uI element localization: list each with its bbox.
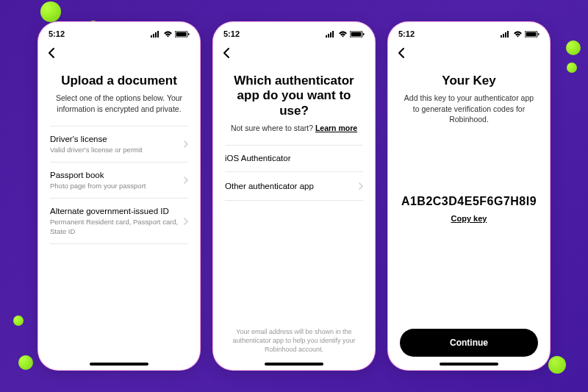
status-bar: 5:12 — [38, 22, 200, 41]
home-indicator — [265, 363, 323, 366]
decorative-bubble — [13, 316, 24, 326]
signal-icon — [151, 31, 161, 38]
page-subtitle: Add this key to your authenticator app t… — [400, 93, 538, 124]
status-icons — [151, 31, 190, 38]
option-desc: Permanent Resident card, Passport card, … — [50, 218, 179, 236]
phone-your-key: 5:12 Your Key Add this key to your authe… — [387, 21, 551, 371]
page-subtitle: Select one of the options below. Your in… — [50, 93, 188, 113]
status-bar: 5:12 — [213, 22, 375, 41]
decorative-bubble — [566, 40, 581, 55]
svg-rect-19 — [526, 32, 537, 36]
option-label: Alternate government-issued ID — [50, 206, 179, 217]
battery-icon — [175, 31, 190, 38]
option-ios-authenticator[interactable]: iOS Authenticator — [225, 145, 363, 172]
status-time: 5:12 — [223, 29, 240, 38]
chevron-right-icon — [184, 215, 188, 228]
status-icons — [501, 31, 539, 38]
option-desc: Photo page from your passport — [50, 182, 179, 190]
svg-rect-16 — [505, 32, 506, 38]
page-title: Which authenticator app do you want to u… — [225, 74, 363, 118]
screen-content: Your Key Add this key to your authentica… — [388, 65, 550, 363]
svg-rect-6 — [188, 33, 190, 35]
status-time: 5:12 — [49, 29, 65, 38]
screen-content: Which authenticator app do you want to u… — [213, 65, 375, 363]
option-passport-book[interactable]: Passport book Photo page from your passp… — [50, 163, 188, 199]
wifi-icon — [338, 31, 348, 38]
svg-rect-2 — [155, 32, 157, 38]
option-label: iOS Authenticator — [225, 153, 363, 164]
continue-button[interactable]: Continue — [400, 329, 538, 357]
decorative-bubble — [548, 356, 566, 374]
decorative-bubble — [18, 355, 33, 370]
option-label: Passport book — [50, 170, 179, 181]
back-button[interactable] — [47, 47, 56, 59]
nav-bar — [38, 41, 200, 65]
option-other-authenticator[interactable]: Other authenticator app — [225, 172, 363, 201]
screen-content: Upload a document Select one of the opti… — [38, 65, 200, 363]
option-desc: Valid driver's license or permit — [50, 146, 179, 154]
back-button[interactable] — [397, 47, 406, 59]
signal-icon — [501, 31, 511, 38]
svg-rect-10 — [332, 31, 334, 38]
nav-bar — [213, 41, 375, 65]
phones-row: 5:12 Upload a document Select one of the… — [0, 0, 588, 392]
chevron-right-icon — [184, 174, 188, 187]
svg-rect-20 — [538, 33, 539, 35]
decorative-bubble — [40, 1, 61, 22]
svg-rect-17 — [507, 31, 509, 38]
back-button[interactable] — [222, 47, 231, 59]
copy-key-button[interactable]: Copy key — [400, 214, 538, 223]
learn-more-link[interactable]: Learn more — [315, 124, 357, 132]
wifi-icon — [163, 31, 173, 38]
svg-rect-1 — [153, 34, 154, 38]
svg-rect-0 — [151, 35, 152, 38]
chevron-right-icon — [359, 179, 363, 193]
option-label: Other authenticator app — [225, 181, 354, 192]
footer-note: Your email address will be shown in the … — [225, 327, 363, 363]
battery-icon — [350, 31, 365, 38]
option-label: Driver's license — [50, 134, 179, 145]
wifi-icon — [513, 31, 523, 38]
svg-rect-13 — [363, 33, 365, 35]
chevron-left-icon — [397, 47, 406, 59]
option-alternate-id[interactable]: Alternate government-issued ID Permanent… — [50, 199, 188, 244]
status-bar: 5:12 — [388, 22, 550, 41]
svg-rect-8 — [328, 34, 329, 38]
chevron-right-icon — [184, 138, 188, 151]
page-title: Your Key — [400, 74, 538, 88]
home-indicator — [90, 363, 148, 366]
key-value: A1B2C3D4E5F6G7H8I9 — [400, 195, 538, 208]
svg-rect-15 — [503, 34, 504, 38]
battery-icon — [525, 31, 539, 38]
page-subtitle: Not sure where to start? Learn more — [225, 123, 363, 133]
nav-bar — [388, 41, 550, 65]
svg-rect-3 — [157, 31, 159, 38]
phone-upload-document: 5:12 Upload a document Select one of the… — [37, 21, 201, 371]
chevron-left-icon — [47, 47, 56, 59]
status-icons — [326, 31, 365, 38]
svg-rect-14 — [501, 35, 502, 38]
option-drivers-license[interactable]: Driver's license Valid driver's license … — [50, 126, 188, 163]
subtitle-text: Not sure where to start? — [231, 124, 315, 132]
chevron-left-icon — [222, 47, 231, 59]
svg-rect-7 — [326, 35, 327, 38]
decorative-bubble — [567, 63, 577, 73]
svg-rect-9 — [330, 32, 331, 38]
svg-rect-5 — [176, 32, 187, 36]
page-title: Upload a document — [50, 74, 188, 88]
home-indicator — [440, 363, 498, 366]
phone-authenticator-choice: 5:12 Which authenticator app do you want… — [212, 21, 376, 371]
svg-rect-12 — [351, 32, 362, 36]
status-time: 5:12 — [398, 29, 415, 38]
signal-icon — [326, 31, 336, 38]
